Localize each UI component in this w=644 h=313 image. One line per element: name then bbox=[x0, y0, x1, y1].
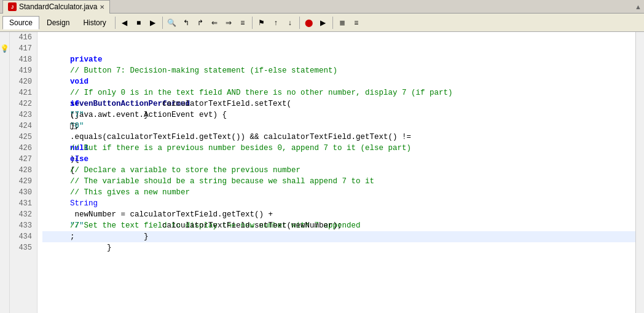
linenum-419: 419 bbox=[10, 65, 34, 76]
extra-btn1[interactable]: ≣ bbox=[336, 16, 349, 30]
bookmark-button[interactable]: ⚑ bbox=[255, 16, 269, 30]
linenum-428: 428 bbox=[10, 165, 34, 176]
code-line-424: // But if there is a previous number bes… bbox=[42, 121, 635, 132]
linenum-426: 426 bbox=[10, 143, 34, 154]
linenum-420: 420 bbox=[10, 76, 34, 87]
editor-container: 💡 416 417 418 419 420 421 422 423 424 42… bbox=[0, 32, 644, 313]
toolbar-separator-2 bbox=[162, 17, 163, 29]
prev-occurrence-button[interactable]: ↰ bbox=[179, 16, 193, 30]
linenum-427: 427 bbox=[10, 154, 34, 165]
scroll-indicator: ▲ bbox=[635, 3, 642, 10]
linenum-416: 416 bbox=[10, 32, 34, 43]
linenum-431: 431 bbox=[10, 198, 34, 209]
file-tab[interactable]: J StandardCalculator.java ✕ bbox=[2, 0, 110, 14]
linenum-434: 434 bbox=[10, 231, 34, 242]
linenum-432: 432 bbox=[10, 209, 34, 220]
forward-button[interactable]: ▶ bbox=[146, 16, 160, 30]
gutter-row-428 bbox=[0, 176, 9, 187]
java-icon: J bbox=[8, 2, 17, 11]
gutter-row-429 bbox=[0, 187, 9, 198]
gutter-row-423 bbox=[0, 121, 9, 132]
next-occurrence-button[interactable]: ↱ bbox=[194, 16, 207, 30]
code-line-416: private void sevenButtonActionPerformed … bbox=[42, 32, 635, 43]
linenum-433: 433 bbox=[10, 220, 34, 231]
gutter-row-425 bbox=[0, 143, 9, 154]
code-line-435 bbox=[42, 242, 635, 253]
title-bar: J StandardCalculator.java ✕ ▲ bbox=[0, 0, 644, 14]
gutter-row-419 bbox=[0, 76, 9, 87]
toolbar-separator-4 bbox=[299, 17, 300, 29]
gutter-bookmark-416[interactable]: 💡 bbox=[0, 43, 9, 54]
code-line-431: // Set the text field to display the new… bbox=[42, 198, 635, 209]
gutter-icons: 💡 bbox=[0, 32, 10, 313]
linenum-423: 423 bbox=[10, 109, 34, 121]
code-line-418 bbox=[42, 54, 635, 65]
code-indent-416 bbox=[70, 44, 107, 53]
code-line-417: // Button 7: Decision-making statement (… bbox=[42, 43, 635, 54]
search-extra1[interactable]: ⇐ bbox=[208, 16, 221, 30]
linenum-430: 430 bbox=[10, 187, 34, 198]
linenum-424: 424 bbox=[10, 121, 34, 132]
gutter-row-435 bbox=[0, 253, 9, 264]
toolbar: Source Design History ◀ ■ ▶ 🔍 ↰ ↱ ⇐ ⇒ ≡ … bbox=[0, 14, 644, 32]
gutter-row-427 bbox=[0, 165, 9, 176]
toggle-button[interactable]: ■ bbox=[132, 16, 146, 30]
gutter-row-417 bbox=[0, 54, 9, 65]
code-editor[interactable]: private void sevenButtonActionPerformed … bbox=[37, 32, 635, 313]
linenum-435: 435 bbox=[10, 242, 34, 253]
toolbar-separator-1 bbox=[115, 17, 116, 29]
toolbar-extra-group: ≣ ≡ bbox=[336, 16, 363, 30]
bookmark-icon: 💡 bbox=[0, 44, 9, 53]
toolbar-separator-3 bbox=[252, 17, 253, 29]
toolbar-search-group: 🔍 ↰ ↱ ⇐ ⇒ ≡ bbox=[165, 16, 249, 30]
gutter-row-434 bbox=[0, 242, 9, 253]
gutter-row-418 bbox=[0, 65, 9, 76]
toolbar-separator-5 bbox=[332, 17, 333, 29]
gutter-row-420 bbox=[0, 87, 9, 98]
gutter-row-426 bbox=[0, 154, 9, 165]
tab-design[interactable]: Design bbox=[41, 17, 76, 29]
linenum-417: 417 bbox=[10, 43, 34, 54]
prev-bookmark-button[interactable]: ↑ bbox=[269, 16, 283, 30]
vertical-scrollbar[interactable] bbox=[635, 32, 644, 313]
linenum-429: 429 bbox=[10, 176, 34, 187]
tab-title: StandardCalculator.java bbox=[19, 2, 97, 11]
line-numbers: 416 417 418 419 420 421 422 423 424 425 … bbox=[10, 32, 37, 313]
gutter-row-432 bbox=[0, 220, 9, 231]
linenum-421: 421 bbox=[10, 87, 34, 98]
linenum-422: 422 bbox=[10, 98, 34, 109]
gutter-row-421 bbox=[0, 98, 9, 109]
toolbar-bookmark-group: ⚑ ↑ ↓ bbox=[255, 16, 297, 30]
back-button[interactable]: ◀ bbox=[118, 16, 132, 30]
search-extra2[interactable]: ⇒ bbox=[222, 16, 235, 30]
linenum-418: 418 bbox=[10, 54, 34, 65]
gutter-row-424 bbox=[0, 132, 9, 143]
tab-close-button[interactable]: ✕ bbox=[100, 4, 104, 10]
next-bookmark-button[interactable]: ↓ bbox=[283, 16, 297, 30]
gutter-row-416 bbox=[0, 32, 9, 43]
comment-417: // Button 7: Decision-making statement (… bbox=[70, 66, 337, 75]
tab-history[interactable]: History bbox=[77, 17, 112, 29]
type-string: String bbox=[70, 199, 98, 208]
extra-btn2[interactable]: ≡ bbox=[350, 16, 363, 30]
tab-source[interactable]: Source bbox=[2, 16, 39, 30]
toolbar-run-group: ⬤ ▶ bbox=[302, 16, 330, 30]
search-extra3[interactable]: ≡ bbox=[236, 16, 249, 30]
find-button[interactable]: 🔍 bbox=[165, 16, 179, 30]
code-line-420: if ( "0" .equals(calculatorTextField.get… bbox=[42, 76, 635, 87]
stop-button[interactable]: ⬤ bbox=[302, 16, 316, 30]
gutter-row-431 bbox=[0, 209, 9, 220]
linenum-425: 425 bbox=[10, 132, 34, 143]
run-button[interactable]: ▶ bbox=[316, 16, 330, 30]
gutter-row-422 bbox=[0, 109, 9, 121]
comment-419: // If only 0 is in the text field AND th… bbox=[70, 89, 453, 97]
toolbar-nav-group: ◀ ■ ▶ bbox=[118, 16, 160, 30]
gutter-row-433 bbox=[0, 231, 9, 242]
gutter-row-430 bbox=[0, 198, 9, 209]
